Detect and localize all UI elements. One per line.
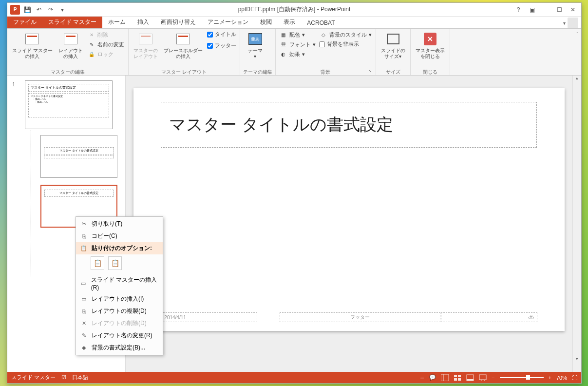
cm-insert-layout[interactable]: ▭レイアウトの挿入(I) bbox=[76, 293, 163, 305]
insert-slide-master-button[interactable]: スライド マスター の挿入 bbox=[10, 30, 55, 60]
slide-sorter-view-button[interactable] bbox=[454, 374, 461, 381]
normal-view-button[interactable] bbox=[441, 374, 449, 381]
ribbon-display-button[interactable]: ▣ bbox=[526, 5, 538, 15]
tab-view[interactable]: 表示 bbox=[278, 16, 301, 28]
svg-rect-0 bbox=[441, 374, 449, 381]
insert-master-icon: ▭ bbox=[80, 280, 87, 288]
tab-file[interactable]: ファイル bbox=[7, 16, 42, 28]
format-bg-icon: ◆ bbox=[80, 344, 88, 352]
delete-button: ✕削除 bbox=[87, 30, 125, 39]
cm-paste-options: 📋 📋 bbox=[76, 254, 163, 274]
ribbon-tabs: ファイル スライド マスター ホーム 挿入 画面切り替え アニメーション 校閲 … bbox=[7, 17, 581, 29]
title-bar: P 💾 ↶ ↷ ▾ pptDEFF.pptm [自動保存済み] - PowerP… bbox=[7, 3, 581, 17]
tab-animations[interactable]: アニメーション bbox=[202, 16, 254, 28]
save-button[interactable]: 💾 bbox=[23, 5, 32, 14]
vertical-scrollbar[interactable]: ▴ ▾ bbox=[572, 76, 581, 372]
bg-styles-button[interactable]: ◇背景のスタイル ▾ bbox=[319, 30, 373, 39]
scroll-up-button[interactable]: ▴ bbox=[573, 76, 581, 83]
tab-slide-master[interactable]: スライド マスター bbox=[42, 16, 102, 28]
insert-layout-icon: ▭ bbox=[80, 295, 88, 303]
paste-dest-theme-button[interactable]: 📋 bbox=[91, 256, 104, 270]
slide-size-button[interactable]: スライドの サイズ▾ bbox=[379, 30, 407, 60]
window-controls: ? ▣ — ☐ ✕ bbox=[512, 5, 581, 15]
redo-button[interactable]: ↷ bbox=[46, 5, 55, 14]
group-edit-theme: 亜あ テーマ▾ テーマの編集 bbox=[240, 29, 276, 75]
slide-editor[interactable]: マスター タイトルの書式設定 2014/4/11 フッター ‹#› bbox=[126, 76, 572, 372]
group-background: ▦配色 ▾ 亜フォント ▾ ◐効果 ▾ ◇背景のスタイル ▾ 背景を非表示 背景… bbox=[276, 29, 376, 75]
maximize-button[interactable]: ☐ bbox=[553, 5, 566, 15]
scroll-down-button[interactable]: ▾ bbox=[573, 356, 581, 364]
duplicate-icon: ⎘ bbox=[80, 308, 88, 315]
rename-icon: ✎ bbox=[80, 332, 88, 340]
slide-number-placeholder[interactable]: ‹#› bbox=[441, 312, 537, 322]
tab-acrobat[interactable]: ACROBAT bbox=[301, 18, 341, 28]
tab-insert[interactable]: 挿入 bbox=[132, 16, 155, 28]
footer-placeholder[interactable]: フッター bbox=[280, 312, 440, 322]
tab-transitions[interactable]: 画面切り替え bbox=[155, 16, 202, 28]
close-master-button[interactable]: ✕ マスター表示 を閉じる bbox=[414, 30, 447, 60]
spell-check-icon[interactable]: ☑ bbox=[61, 374, 66, 381]
cm-format-background[interactable]: ◆背景の書式設定(B)... bbox=[76, 342, 163, 354]
collapse-ribbon-icon[interactable]: ▾ bbox=[563, 20, 566, 26]
insert-layout-button[interactable]: レイアウト の挿入 bbox=[57, 30, 85, 60]
footer-checkbox[interactable]: フッター bbox=[207, 41, 237, 50]
slide-canvas[interactable]: マスター タイトルの書式設定 2014/4/11 フッター ‹#› bbox=[133, 88, 565, 331]
quick-access-toolbar: P 💾 ↶ ↷ ▾ bbox=[7, 5, 67, 15]
fonts-button[interactable]: 亜フォント ▾ bbox=[279, 40, 317, 49]
reading-view-button[interactable] bbox=[466, 374, 474, 381]
master-slide-thumbnail[interactable]: マスター タイトルの書式設定 マスター テキストの書式設定 ・第2レベル ・第3… bbox=[25, 80, 113, 129]
lock-button: 🔒ロック bbox=[87, 50, 125, 58]
status-language[interactable]: 日本語 bbox=[72, 374, 88, 381]
powerpoint-icon: P bbox=[10, 5, 20, 15]
paste-keep-source-button[interactable]: 📋 bbox=[108, 256, 122, 270]
notes-button[interactable]: ≣ bbox=[420, 374, 424, 381]
paste-icon: 📋 bbox=[80, 245, 88, 252]
close-button[interactable]: ✕ bbox=[567, 5, 579, 15]
themes-button[interactable]: 亜あ テーマ▾ bbox=[243, 30, 267, 60]
svg-rect-5 bbox=[458, 378, 461, 381]
slideshow-view-button[interactable] bbox=[479, 374, 487, 381]
insert-placeholder-button[interactable]: プレースホルダー の挿入 bbox=[162, 30, 205, 60]
minimize-button[interactable]: — bbox=[539, 5, 552, 15]
ribbon: スライド マスター の挿入 レイアウト の挿入 ✕削除 ✎名前の変更 🔒ロック … bbox=[7, 29, 581, 76]
collapse-ribbon-button[interactable]: ˆ bbox=[573, 29, 581, 75]
svg-rect-2 bbox=[454, 375, 457, 377]
cm-delete-layout: ✕レイアウトの削除(D) bbox=[76, 317, 163, 329]
cm-copy[interactable]: ⎘コピー(C) bbox=[76, 230, 163, 242]
svg-rect-3 bbox=[458, 375, 461, 377]
delete-icon: ✕ bbox=[80, 320, 88, 328]
context-menu: ✂切り取り(T) ⎘コピー(C) 📋貼り付けのオプション: 📋 📋 ▭スライド … bbox=[76, 216, 163, 355]
user-avatar[interactable] bbox=[568, 18, 578, 28]
group-edit-master: スライド マスター の挿入 レイアウト の挿入 ✕削除 ✎名前の変更 🔒ロック … bbox=[7, 29, 129, 75]
bg-dialog-launcher[interactable]: ↘ bbox=[368, 69, 372, 73]
undo-button[interactable]: ↶ bbox=[35, 5, 43, 14]
layout-thumbnail-1[interactable]: マスター タイトルの書式設定 bbox=[40, 135, 117, 178]
cm-paste-options-header: 📋貼り付けのオプション: bbox=[76, 242, 163, 254]
help-button[interactable]: ? bbox=[512, 5, 525, 15]
cm-insert-slide-master[interactable]: ▭スライド マスターの挿入(R) bbox=[76, 274, 163, 293]
date-placeholder[interactable]: 2014/4/11 bbox=[161, 312, 257, 322]
tree-connector bbox=[31, 130, 31, 276]
title-placeholder[interactable]: マスター タイトルの書式設定 bbox=[161, 102, 537, 148]
comments-button[interactable]: 💬 bbox=[429, 374, 436, 381]
group-size: スライドの サイズ▾ サイズ bbox=[376, 29, 411, 75]
colors-button[interactable]: ▦配色 ▾ bbox=[279, 30, 317, 39]
cm-rename-layout[interactable]: ✎レイアウト名の変更(R) bbox=[76, 329, 163, 342]
zoom-level[interactable]: 70% bbox=[556, 375, 567, 381]
hide-bg-checkbox[interactable]: 背景を非表示 bbox=[319, 40, 373, 48]
cm-duplicate-layout[interactable]: ⎘レイアウトの複製(D) bbox=[76, 305, 163, 317]
zoom-slider[interactable] bbox=[500, 377, 544, 378]
tab-home[interactable]: ホーム bbox=[102, 16, 132, 28]
zoom-out-button[interactable]: − bbox=[492, 375, 494, 381]
rename-button[interactable]: ✎名前の変更 bbox=[87, 40, 125, 49]
qat-dropdown[interactable]: ▾ bbox=[58, 5, 67, 14]
zoom-in-button[interactable]: + bbox=[549, 375, 551, 381]
fit-to-window-button[interactable]: ⛶ bbox=[572, 375, 577, 381]
cm-cut[interactable]: ✂切り取り(T) bbox=[76, 218, 163, 230]
status-mode: スライド マスター bbox=[11, 374, 56, 381]
tab-review[interactable]: 校閲 bbox=[254, 16, 278, 28]
title-checkbox[interactable]: タイトル bbox=[207, 30, 237, 39]
status-bar: スライド マスター ☑ 日本語 ≣ 💬 − + 70% ⛶ bbox=[7, 372, 581, 383]
slide-number-label: 1 bbox=[12, 81, 15, 87]
effects-button[interactable]: ◐効果 ▾ bbox=[279, 50, 317, 58]
